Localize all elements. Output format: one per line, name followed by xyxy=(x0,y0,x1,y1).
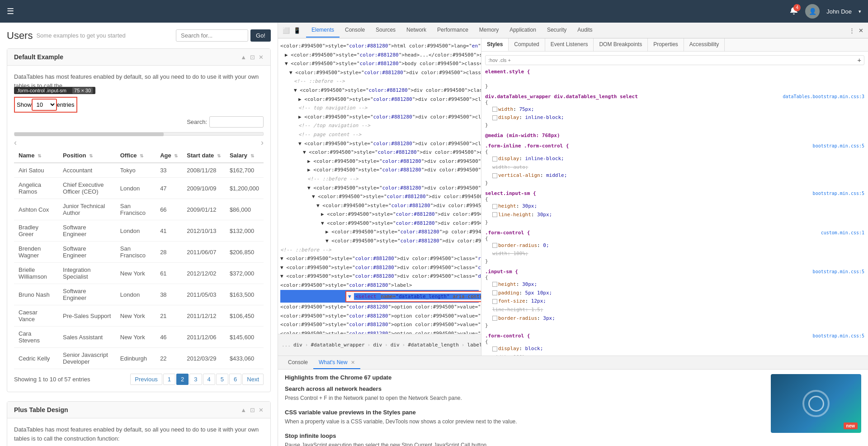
page-1[interactable]: 1 xyxy=(163,374,175,385)
breadcrumb-div1[interactable]: div xyxy=(293,342,302,348)
html-tree-line[interactable]: <color:#994500">style="color:#881280">op… xyxy=(280,303,479,312)
breadcrumb-div3[interactable]: div xyxy=(391,342,400,348)
entries-select[interactable]: 10 25 50 100 xyxy=(32,99,57,111)
scroll-thumb[interactable] xyxy=(14,133,164,136)
devtools-inspect-icon[interactable]: ⬜ xyxy=(283,27,290,34)
whats-new-close[interactable]: ✕ xyxy=(351,360,355,365)
html-tree-line[interactable]: <color:#994500">style="color:#881280">op… xyxy=(280,329,479,334)
style-checkbox[interactable] xyxy=(492,107,497,112)
tab-application[interactable]: Application xyxy=(504,23,542,38)
col-position[interactable]: Position ⇅ xyxy=(58,148,116,163)
table-search-input[interactable] xyxy=(209,116,264,128)
style-source-link[interactable]: bootstrap.min.css:5 xyxy=(813,269,864,274)
html-tree-line[interactable]: ▶ <color:#994500">style="color:#881280">… xyxy=(321,210,479,219)
html-tree-line[interactable]: <!-- top navigation --> xyxy=(298,104,479,113)
style-checkbox[interactable] xyxy=(492,290,497,295)
html-tree-line[interactable]: <color:#994500">style="color:#881280">op… xyxy=(280,312,479,321)
user-name[interactable]: John Doe xyxy=(826,8,852,15)
bottom-tab-console[interactable]: Console xyxy=(283,356,313,369)
html-tree-line[interactable]: <!-- page content --> xyxy=(298,130,479,139)
elements-code[interactable]: <color:#994500">style="color:#881280">ht… xyxy=(278,38,481,334)
styles-tab-properties[interactable]: Properties xyxy=(648,38,684,51)
styles-tab-computed[interactable]: Computed xyxy=(509,38,545,51)
notification-icon[interactable]: 4 xyxy=(789,6,798,17)
html-tree-line[interactable]: ▶ <color:#994500">style="color:#881280">… xyxy=(326,228,479,237)
devtools-close-icon[interactable]: ✕ xyxy=(859,27,863,34)
style-checkbox[interactable] xyxy=(492,212,497,217)
page-2[interactable]: 2 xyxy=(176,374,189,385)
styles-tab-event-listeners[interactable]: Event Listeners xyxy=(545,38,594,51)
tab-audits[interactable]: Audits xyxy=(572,23,598,38)
styles-tab-styles[interactable]: Styles xyxy=(481,38,509,51)
breadcrumb-datatable-length[interactable]: #datatable_length xyxy=(408,342,459,348)
html-tree-line[interactable]: ▼ <color:#994500">style="color:#881280">… xyxy=(316,201,479,210)
style-checkbox[interactable] xyxy=(492,346,497,351)
html-tree-line[interactable]: <color:#994500">style="color:#881280">op… xyxy=(280,320,479,329)
add-style-icon[interactable]: + xyxy=(858,57,861,64)
breadcrumb-datatable-wrapper[interactable]: #datatable_wrapper xyxy=(311,342,364,348)
breadcrumb-label[interactable]: label xyxy=(467,342,481,348)
plus-maximize-icon[interactable]: ⊡ xyxy=(250,407,255,413)
maximize-icon[interactable]: ⊡ xyxy=(250,54,255,61)
style-checkbox[interactable] xyxy=(492,173,497,178)
col-name[interactable]: Name ⇅ xyxy=(14,148,58,163)
style-checkbox[interactable] xyxy=(492,204,497,209)
col-salary[interactable]: Salary ⇅ xyxy=(225,148,264,163)
tab-elements[interactable]: Elements xyxy=(306,23,340,38)
tab-network[interactable]: Network xyxy=(401,23,432,38)
html-tree-line[interactable]: ▼ <color:#994500">style="color:#881280">… xyxy=(307,184,479,193)
html-tree-line[interactable]: <color:#994500">style="color:#881280">la… xyxy=(280,281,479,290)
html-tree-line[interactable]: ▼ <color:#994500">style="color:#881280">… xyxy=(294,86,479,95)
html-tree-line[interactable]: ▼ <select name="datatable_length" aria-c… xyxy=(280,290,479,303)
html-tree-line[interactable]: ▶ <color:#994500">style="color:#881280">… xyxy=(285,51,479,60)
html-tree-line[interactable]: ▶ <color:#994500">style="color:#881280">… xyxy=(307,166,479,175)
plus-close-icon[interactable]: ✕ xyxy=(259,407,264,413)
next-button[interactable]: Next xyxy=(242,374,264,385)
html-tree-line[interactable]: <!-- ::before --> xyxy=(294,77,479,86)
close-icon[interactable]: ✕ xyxy=(259,54,264,61)
collapse-icon[interactable]: ▲ xyxy=(241,54,246,61)
html-tree-line[interactable]: <!-- /top navigation --> xyxy=(298,121,479,130)
html-tree-line[interactable]: <!-- ::before --> xyxy=(280,246,479,255)
col-office[interactable]: Office ⇅ xyxy=(116,148,156,163)
style-checkbox[interactable] xyxy=(492,282,497,287)
html-tree-line[interactable]: ▼ <color:#994500">style="color:#881280">… xyxy=(321,219,479,228)
breadcrumb-div2[interactable]: div xyxy=(373,342,382,348)
horizontal-scrollbar[interactable] xyxy=(14,132,264,136)
tab-performance[interactable]: Performance xyxy=(432,23,474,38)
style-checkbox[interactable] xyxy=(492,299,497,304)
scroll-left-icon[interactable]: ‹ xyxy=(14,138,17,147)
html-tree-line[interactable]: ▼ <color:#994500">style="color:#881280">… xyxy=(312,192,479,201)
html-tree-line[interactable]: <color:#994500">style="color:#881280">ht… xyxy=(280,42,479,51)
style-source-link[interactable]: bootstrap.min.css:5 xyxy=(813,333,864,338)
html-tree-line[interactable]: ▼ <color:#994500">style="color:#881280">… xyxy=(326,237,479,246)
style-checkbox[interactable] xyxy=(492,316,497,321)
tab-console[interactable]: Console xyxy=(340,23,370,38)
search-button[interactable]: Go! xyxy=(250,29,271,42)
devtools-more-icon[interactable]: ⋮ xyxy=(849,27,855,34)
html-tree-line[interactable]: ▼ <color:#994500">style="color:#881280">… xyxy=(280,272,479,281)
html-tree-line[interactable]: ▼ <color:#994500">style="color:#881280">… xyxy=(285,59,479,68)
devtools-device-icon[interactable]: 📱 xyxy=(293,27,301,34)
html-tree-line[interactable]: ▼ <color:#994500">style="color:#881280">… xyxy=(289,68,479,77)
col-age[interactable]: Age ⇅ xyxy=(156,148,182,163)
style-source-link[interactable]: bootstrap.min.css:5 xyxy=(813,143,864,148)
scroll-right-icon[interactable]: › xyxy=(261,138,264,147)
html-tree-line[interactable]: ▼ <color:#994500">style="color:#881280">… xyxy=(303,148,479,157)
html-tree-line[interactable]: ▼ <color:#994500">style="color:#881280">… xyxy=(280,254,479,263)
style-source-link[interactable]: bootstrap.min.css:5 xyxy=(813,191,864,196)
prev-button[interactable]: Previous xyxy=(130,374,162,385)
styles-tab-dom-breakpoints[interactable]: DOM Breakpoints xyxy=(594,38,648,51)
tab-security[interactable]: Security xyxy=(542,23,572,38)
style-checkbox[interactable] xyxy=(492,243,497,248)
style-checkbox[interactable] xyxy=(492,157,497,161)
bottom-tab-whats-new[interactable]: What's New ✕ xyxy=(313,356,360,369)
avatar[interactable]: 👤 xyxy=(805,4,820,19)
search-input[interactable] xyxy=(176,29,248,42)
html-tree-line[interactable]: ▼ <color:#994500">style="color:#881280">… xyxy=(280,263,479,272)
page-3[interactable]: 3 xyxy=(189,374,202,385)
hamburger-icon[interactable]: ☰ xyxy=(7,6,14,16)
page-6[interactable]: 6 xyxy=(229,374,241,385)
filter-input[interactable] xyxy=(488,57,856,63)
html-tree-line[interactable]: ▶ <color:#994500">style="color:#881280">… xyxy=(307,157,479,166)
